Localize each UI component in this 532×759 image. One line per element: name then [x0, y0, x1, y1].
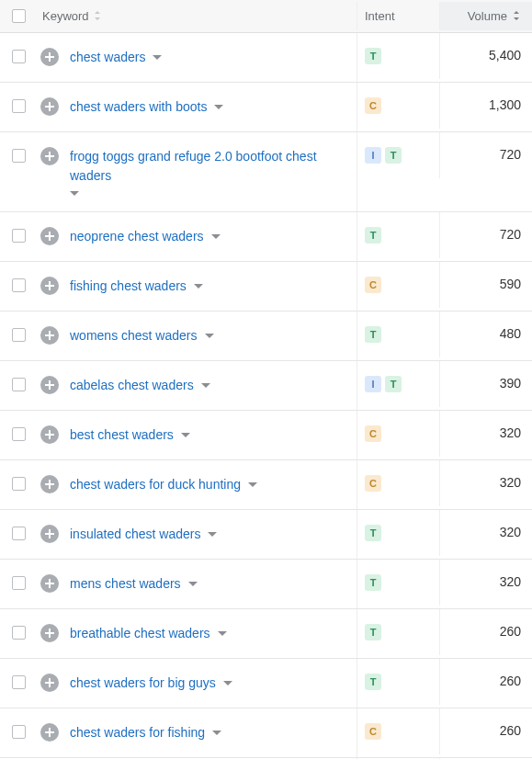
- keyword-link[interactable]: mens chest waders: [70, 574, 181, 594]
- row-checkbox[interactable]: [12, 50, 26, 63]
- keyword-link[interactable]: cabelas chest waders: [70, 376, 194, 395]
- add-keyword-icon[interactable]: [40, 227, 59, 245]
- intent-badge: C: [365, 475, 381, 492]
- keyword-link[interactable]: insulated chest waders: [70, 525, 200, 544]
- table-row: chest wadersT5,400: [0, 33, 532, 83]
- row-checkbox[interactable]: [12, 427, 26, 441]
- intent-badge: T: [365, 227, 381, 244]
- row-checkbox[interactable]: [12, 229, 26, 243]
- add-keyword-icon[interactable]: [40, 97, 59, 116]
- table-row: cabelas chest wadersIT390: [0, 361, 532, 411]
- row-checkbox[interactable]: [12, 477, 26, 491]
- row-checkbox[interactable]: [12, 725, 26, 739]
- intent-badge: T: [385, 376, 402, 392]
- chevron-down-icon[interactable]: [194, 284, 203, 289]
- intent-badge: C: [365, 277, 381, 293]
- intent-badge: T: [365, 48, 381, 64]
- volume-value: 1,300: [489, 97, 521, 112]
- chevron-down-icon[interactable]: [212, 731, 221, 736]
- chevron-down-icon[interactable]: [211, 234, 221, 240]
- chevron-down-icon[interactable]: [188, 582, 198, 587]
- table-row: chest waders for duck huntingC320: [0, 460, 532, 510]
- add-keyword-icon[interactable]: [40, 48, 59, 66]
- keyword-link[interactable]: chest waders: [70, 48, 145, 67]
- table-row: best chest wadersC320: [0, 411, 532, 460]
- column-header-intent[interactable]: Intent: [365, 9, 395, 23]
- keyword-link[interactable]: chest waders with boots: [70, 97, 207, 117]
- add-keyword-icon[interactable]: [40, 376, 59, 394]
- row-checkbox[interactable]: [12, 378, 26, 391]
- volume-value: 320: [500, 475, 521, 490]
- volume-value: 720: [500, 147, 521, 162]
- column-header-keyword-label: Keyword: [42, 9, 89, 23]
- add-keyword-icon[interactable]: [40, 326, 59, 345]
- add-keyword-icon[interactable]: [40, 674, 59, 692]
- row-checkbox[interactable]: [12, 675, 26, 689]
- volume-value: 320: [500, 574, 521, 589]
- add-keyword-icon[interactable]: [40, 475, 59, 493]
- chevron-down-icon[interactable]: [153, 55, 162, 61]
- add-keyword-icon[interactable]: [40, 574, 59, 593]
- table-row: chest waders with bootsC1,300: [0, 83, 532, 132]
- volume-value: 320: [500, 525, 521, 539]
- volume-value: 590: [500, 277, 521, 291]
- keyword-link[interactable]: best chest waders: [70, 425, 174, 445]
- volume-value: 320: [500, 425, 521, 440]
- keyword-link[interactable]: womens chest waders: [70, 326, 198, 346]
- keyword-link[interactable]: chest waders for fishing: [70, 723, 205, 742]
- keyword-link[interactable]: fishing chest waders: [70, 277, 187, 296]
- table-row: womens chest wadersT480: [0, 312, 532, 361]
- volume-value: 260: [500, 674, 521, 688]
- row-checkbox[interactable]: [12, 278, 26, 292]
- add-keyword-icon[interactable]: [40, 147, 59, 165]
- column-header-keyword[interactable]: Keyword: [40, 9, 102, 23]
- table-row: insulated chest wadersT320: [0, 510, 532, 560]
- column-header-volume-label: Volume: [468, 9, 507, 23]
- chevron-down-icon[interactable]: [223, 681, 232, 686]
- keyword-link[interactable]: breathable chest waders: [70, 624, 210, 643]
- volume-value: 720: [500, 227, 521, 242]
- table-row: frogg toggs grand refuge 2.0 bootfoot ch…: [0, 132, 532, 212]
- volume-value: 390: [500, 376, 521, 391]
- add-keyword-icon[interactable]: [40, 723, 59, 742]
- chevron-down-icon[interactable]: [248, 482, 257, 488]
- table-row: chest waders for big guysT260: [0, 659, 532, 708]
- chevron-down-icon[interactable]: [70, 191, 79, 197]
- keyword-link[interactable]: neoprene chest waders: [70, 227, 204, 246]
- row-checkbox[interactable]: [12, 99, 26, 113]
- column-header-intent-label: Intent: [365, 9, 395, 23]
- chevron-down-icon[interactable]: [181, 433, 190, 438]
- table-row: breathable chest wadersT260: [0, 609, 532, 659]
- column-header-volume[interactable]: Volume: [468, 9, 521, 23]
- intent-badge: T: [385, 147, 402, 164]
- keyword-link[interactable]: chest waders for big guys: [70, 674, 216, 693]
- keyword-link[interactable]: frogg toggs grand refuge 2.0 bootfoot ch…: [70, 147, 345, 186]
- chevron-down-icon[interactable]: [218, 631, 227, 637]
- sort-icon: [93, 9, 102, 23]
- keyword-table: Keyword Intent Volume chest wadersT5,400…: [0, 0, 532, 759]
- intent-badge: T: [365, 574, 381, 591]
- add-keyword-icon[interactable]: [40, 277, 59, 295]
- intent-badge: I: [365, 376, 381, 392]
- chevron-down-icon[interactable]: [201, 383, 210, 389]
- select-all-checkbox[interactable]: [12, 9, 26, 23]
- row-checkbox[interactable]: [12, 626, 26, 640]
- volume-value: 260: [500, 723, 521, 738]
- table-row: neoprene chest wadersT720: [0, 212, 532, 262]
- chevron-down-icon[interactable]: [214, 105, 223, 110]
- intent-badge: T: [365, 674, 381, 690]
- keyword-link[interactable]: chest waders for duck hunting: [70, 475, 241, 494]
- row-checkbox[interactable]: [12, 576, 26, 590]
- add-keyword-icon[interactable]: [40, 425, 59, 444]
- row-checkbox[interactable]: [12, 527, 26, 540]
- chevron-down-icon[interactable]: [208, 532, 217, 538]
- intent-badge: T: [365, 624, 381, 640]
- row-checkbox[interactable]: [12, 149, 26, 163]
- intent-badge: C: [365, 425, 381, 442]
- table-header: Keyword Intent Volume: [0, 0, 532, 33]
- chevron-down-icon[interactable]: [205, 334, 214, 339]
- table-row: mens chest wadersT320: [0, 560, 532, 609]
- add-keyword-icon[interactable]: [40, 624, 59, 642]
- row-checkbox[interactable]: [12, 328, 26, 342]
- add-keyword-icon[interactable]: [40, 525, 59, 543]
